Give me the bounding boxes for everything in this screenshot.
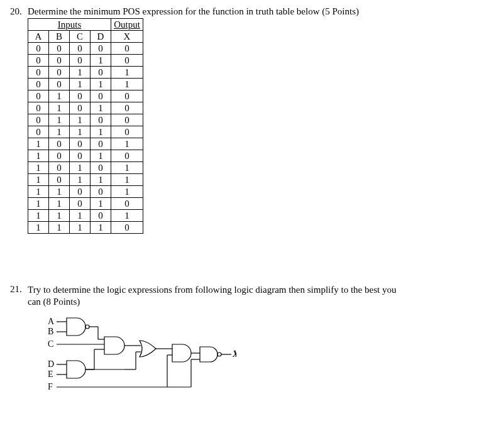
- question-text: Try to determine the logic expressions f…: [28, 284, 473, 308]
- table-cell: 1: [28, 138, 49, 150]
- label-x: X: [232, 349, 236, 359]
- label-a: A: [48, 317, 55, 326]
- question-21-header: 21. Try to determine the logic expressio…: [10, 284, 473, 308]
- table-cell: 1: [28, 222, 49, 234]
- table-row: 11110: [28, 222, 143, 234]
- bubble-icon: [85, 325, 89, 329]
- q21-line2: can (8 Points): [28, 297, 80, 307]
- table-cell: 0: [91, 43, 111, 55]
- table-cell: 1: [111, 138, 143, 150]
- question-20-header: 20. Determine the minimum POS expression…: [10, 6, 473, 17]
- table-cell: 1: [70, 67, 91, 79]
- bubble-icon: [217, 352, 221, 356]
- table-cell: 1: [111, 162, 143, 174]
- table-cell: 0: [91, 210, 111, 222]
- table-cell: 1: [49, 90, 70, 102]
- label-e: E: [48, 369, 53, 379]
- table-cell: 0: [28, 114, 49, 126]
- col-d: D: [91, 31, 111, 43]
- table-cell: 0: [70, 43, 91, 55]
- table-cell: 0: [111, 198, 143, 210]
- table-cell: 1: [70, 114, 91, 126]
- table-cell: 1: [91, 150, 111, 162]
- table-cell: 0: [28, 79, 49, 90]
- table-cell: 0: [111, 102, 143, 114]
- question-number: 21.: [10, 284, 28, 295]
- table-cell: 0: [91, 138, 111, 150]
- table-cell: 0: [70, 138, 91, 150]
- table-cell: 1: [111, 67, 143, 79]
- table-cell: 1: [70, 162, 91, 174]
- table-cell: 1: [49, 114, 70, 126]
- q21-line1: Try to determine the logic expressions f…: [28, 285, 396, 295]
- truth-table: Inputs Output A B C D X 0000000010001010…: [28, 18, 143, 234]
- label-d: D: [48, 359, 54, 369]
- col-x: X: [111, 31, 143, 43]
- table-cell: 1: [111, 174, 143, 186]
- table-cell: 1: [91, 55, 111, 67]
- table-cell: 0: [70, 55, 91, 67]
- table-row: 00010: [28, 55, 143, 67]
- table-cell: 0: [49, 55, 70, 67]
- table-cell: 0: [28, 67, 49, 79]
- table-cell: 1: [91, 126, 111, 138]
- table-cell: 0: [70, 102, 91, 114]
- nand-gate: [200, 347, 217, 362]
- col-a: A: [28, 31, 49, 43]
- table-cell: 1: [91, 174, 111, 186]
- table-cell: 0: [111, 43, 143, 55]
- logic-diagram-svg: A B C D E F: [48, 317, 236, 398]
- table-cell: 0: [28, 43, 49, 55]
- table-cell: 0: [70, 150, 91, 162]
- table-cell: 0: [111, 114, 143, 126]
- table-row: 11010: [28, 198, 143, 210]
- and-gate-4: [172, 344, 191, 362]
- table-cell: 1: [49, 198, 70, 210]
- table-row: 10101: [28, 162, 143, 174]
- truth-table-body: 0000000010001010011101000010100110001110…: [28, 43, 143, 234]
- table-cell: 1: [49, 186, 70, 198]
- table-row: 10010: [28, 150, 143, 162]
- table-row: 01010: [28, 102, 143, 114]
- table-cell: 0: [91, 186, 111, 198]
- table-row: 10111: [28, 174, 143, 186]
- table-cell: 0: [91, 90, 111, 102]
- col-b: B: [49, 31, 70, 43]
- table-cell: 1: [91, 102, 111, 114]
- table-cell: 1: [28, 150, 49, 162]
- table-cell: 0: [111, 150, 143, 162]
- table-cell: 1: [49, 210, 70, 222]
- table-cell: 0: [49, 138, 70, 150]
- table-cell: 1: [28, 198, 49, 210]
- table-cell: 0: [111, 55, 143, 67]
- table-cell: 1: [70, 79, 91, 90]
- table-cell: 1: [28, 174, 49, 186]
- label-f: F: [48, 382, 53, 391]
- table-cell: 0: [70, 186, 91, 198]
- table-cell: 1: [28, 210, 49, 222]
- table-cell: 1: [70, 126, 91, 138]
- label-b: B: [48, 327, 53, 336]
- table-cell: 0: [49, 150, 70, 162]
- header-output: Output: [111, 19, 143, 31]
- table-cell: 1: [28, 162, 49, 174]
- table-cell: 1: [70, 222, 91, 234]
- table-row: 00000: [28, 43, 143, 55]
- question-text: Determine the minimum POS expression for…: [28, 6, 473, 17]
- table-cell: 0: [91, 162, 111, 174]
- table-cell: 0: [111, 222, 143, 234]
- table-cell: 1: [70, 210, 91, 222]
- table-cell: 1: [49, 102, 70, 114]
- table-cell: 0: [28, 90, 49, 102]
- table-cell: 0: [49, 174, 70, 186]
- question-20: 20. Determine the minimum POS expression…: [10, 6, 473, 234]
- table-cell: 1: [49, 222, 70, 234]
- table-cell: 0: [49, 79, 70, 90]
- or-gate: [140, 341, 156, 357]
- table-cell: 0: [70, 90, 91, 102]
- table-cell: 0: [49, 162, 70, 174]
- table-cell: 1: [111, 210, 143, 222]
- table-row: 01100: [28, 114, 143, 126]
- table-cell: 1: [91, 79, 111, 90]
- table-cell: 1: [28, 186, 49, 198]
